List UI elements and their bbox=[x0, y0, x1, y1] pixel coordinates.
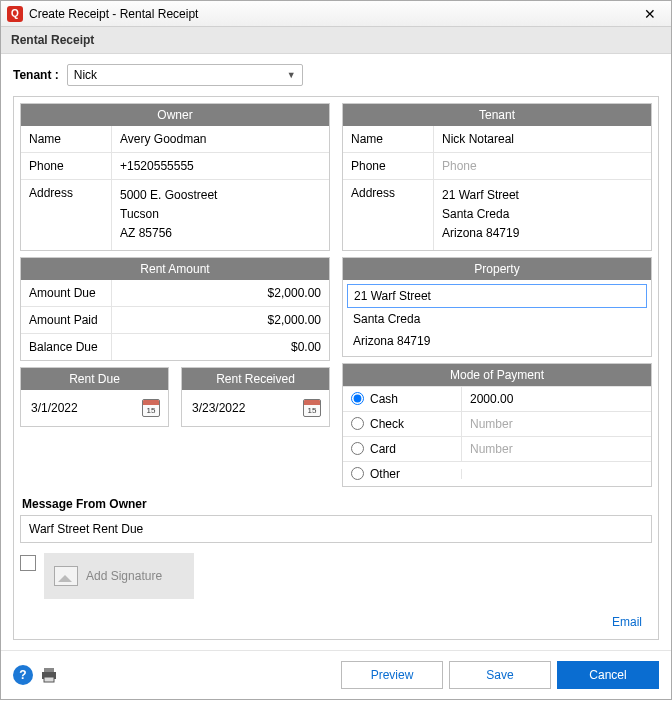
tenant-name-value[interactable]: Nick Notareal bbox=[433, 126, 651, 152]
tenant-address-value[interactable]: 21 Warf Street Santa Creda Arizona 84719 bbox=[433, 180, 651, 250]
tenant-phone-value[interactable]: Phone bbox=[433, 153, 651, 179]
payment-cash-value[interactable]: 2000.00 bbox=[461, 387, 651, 411]
image-icon bbox=[54, 566, 78, 586]
dialog-window: Q Create Receipt - Rental Receipt ✕ Rent… bbox=[0, 0, 672, 700]
payment-check-radio[interactable] bbox=[351, 417, 364, 430]
payment-other-value[interactable] bbox=[461, 469, 651, 479]
payment-cash-label: Cash bbox=[370, 392, 398, 406]
rent-received-date-input[interactable] bbox=[190, 400, 280, 416]
balance-due-value[interactable]: $0.00 bbox=[111, 334, 329, 360]
preview-button[interactable]: Preview bbox=[341, 661, 443, 689]
tenant-name-label: Name bbox=[343, 126, 433, 152]
add-signature-button[interactable]: Add Signature bbox=[44, 553, 194, 599]
owner-name-value[interactable]: Avery Goodman bbox=[111, 126, 329, 152]
balance-due-label: Balance Due bbox=[21, 334, 111, 360]
rent-received-header: Rent Received bbox=[182, 368, 329, 390]
payment-check-value[interactable]: Number bbox=[461, 412, 651, 436]
owner-address-value[interactable]: 5000 E. Goostreet Tucson AZ 85756 bbox=[111, 180, 329, 250]
payment-cash-radio[interactable] bbox=[351, 392, 364, 405]
owner-section: Owner Name Avery Goodman Phone +15205555… bbox=[20, 103, 330, 251]
main-panel: Owner Name Avery Goodman Phone +15205555… bbox=[13, 96, 659, 640]
email-link[interactable]: Email bbox=[602, 611, 652, 633]
svg-rect-2 bbox=[44, 677, 54, 682]
help-icon[interactable]: ? bbox=[13, 665, 33, 685]
cancel-button[interactable]: Cancel bbox=[557, 661, 659, 689]
tenant-header: Tenant bbox=[343, 104, 651, 126]
message-label: Message From Owner bbox=[22, 497, 652, 511]
property-line3: Arizona 84719 bbox=[347, 330, 647, 352]
save-button[interactable]: Save bbox=[449, 661, 551, 689]
payment-check-label: Check bbox=[370, 417, 404, 431]
signature-label: Add Signature bbox=[86, 569, 162, 583]
owner-header: Owner bbox=[21, 104, 329, 126]
rent-received-section: Rent Received 15 bbox=[181, 367, 330, 427]
tenant-section: Tenant Name Nick Notareal Phone Phone Ad… bbox=[342, 103, 652, 251]
calendar-icon[interactable]: 15 bbox=[303, 399, 321, 417]
calendar-icon[interactable]: 15 bbox=[142, 399, 160, 417]
payment-card-label: Card bbox=[370, 442, 396, 456]
print-icon[interactable] bbox=[39, 666, 59, 684]
payment-section: Mode of Payment Cash 2000.00 Check Numbe… bbox=[342, 363, 652, 487]
amount-due-label: Amount Due bbox=[21, 280, 111, 306]
owner-address-label: Address bbox=[21, 180, 111, 250]
titlebar: Q Create Receipt - Rental Receipt ✕ bbox=[1, 1, 671, 27]
tenant-phone-label: Phone bbox=[343, 153, 433, 179]
tenant-select[interactable]: Nick ▼ bbox=[67, 64, 303, 86]
message-input[interactable] bbox=[20, 515, 652, 543]
window-title: Create Receipt - Rental Receipt bbox=[29, 7, 635, 21]
payment-other-radio[interactable] bbox=[351, 467, 364, 480]
owner-phone-label: Phone bbox=[21, 153, 111, 179]
rent-amount-section: Rent Amount Amount Due $2,000.00 Amount … bbox=[20, 257, 330, 361]
property-line2: Santa Creda bbox=[347, 308, 647, 330]
chevron-down-icon: ▼ bbox=[287, 70, 296, 80]
rent-amount-header: Rent Amount bbox=[21, 258, 329, 280]
owner-name-label: Name bbox=[21, 126, 111, 152]
page-title: Rental Receipt bbox=[1, 27, 671, 54]
payment-card-value[interactable]: Number bbox=[461, 437, 651, 461]
payment-header: Mode of Payment bbox=[343, 364, 651, 386]
close-icon[interactable]: ✕ bbox=[635, 6, 665, 22]
tenant-label: Tenant : bbox=[13, 68, 59, 82]
rent-due-header: Rent Due bbox=[21, 368, 168, 390]
rent-due-section: Rent Due 15 bbox=[20, 367, 169, 427]
payment-other-label: Other bbox=[370, 467, 400, 481]
signature-checkbox[interactable] bbox=[20, 555, 36, 571]
amount-paid-value[interactable]: $2,000.00 bbox=[111, 307, 329, 333]
rent-due-date-input[interactable] bbox=[29, 400, 119, 416]
payment-card-radio[interactable] bbox=[351, 442, 364, 455]
amount-due-value[interactable]: $2,000.00 bbox=[111, 280, 329, 306]
property-section: Property Santa Creda Arizona 84719 bbox=[342, 257, 652, 357]
amount-paid-label: Amount Paid bbox=[21, 307, 111, 333]
svg-rect-1 bbox=[44, 668, 54, 672]
tenant-address-label: Address bbox=[343, 180, 433, 250]
tenant-selected-value: Nick bbox=[74, 68, 97, 82]
owner-phone-value[interactable]: +1520555555 bbox=[111, 153, 329, 179]
property-line1-input[interactable] bbox=[347, 284, 647, 308]
property-header: Property bbox=[343, 258, 651, 280]
app-icon: Q bbox=[7, 6, 23, 22]
